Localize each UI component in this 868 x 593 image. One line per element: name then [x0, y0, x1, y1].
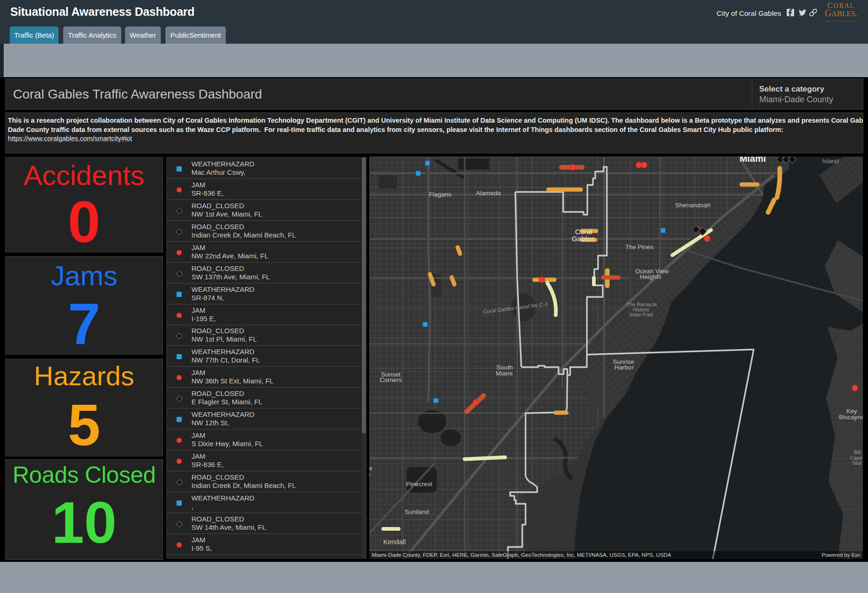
svg-text:Gables: Gables	[572, 235, 594, 243]
svg-text:Miami: Miami	[496, 370, 513, 377]
svg-text:Suniland: Suniland	[405, 508, 429, 515]
svg-text:Biscayne: Biscayne	[839, 414, 863, 421]
svg-text:Corners: Corners	[380, 376, 402, 383]
svg-text:Powered by Esri: Powered by Esri	[822, 552, 861, 558]
svg-text:Pinecrest: Pinecrest	[406, 481, 433, 488]
svg-text:The Pines: The Pines	[625, 244, 654, 250]
svg-text:Stat: Stat	[852, 460, 861, 466]
svg-text:Bill: Bill	[854, 449, 861, 455]
svg-text:Miami-Dade County, FDEP, Esri,: Miami-Dade County, FDEP, Esri, HERE, Gar…	[372, 552, 671, 558]
svg-text:Island: Island	[822, 158, 839, 165]
svg-text:Alameda: Alameda	[476, 190, 501, 197]
svg-text:Miami: Miami	[740, 157, 766, 164]
svg-text:es: es	[369, 471, 370, 478]
svg-text:Kendall: Kendall	[383, 538, 406, 546]
svg-text:Heights: Heights	[640, 273, 661, 280]
svg-text:Harbor: Harbor	[614, 364, 634, 371]
svg-text:State Park: State Park	[629, 312, 653, 317]
svg-text:Flagami: Flagami	[429, 191, 451, 198]
svg-text:Shenandoah: Shenandoah	[675, 202, 711, 209]
